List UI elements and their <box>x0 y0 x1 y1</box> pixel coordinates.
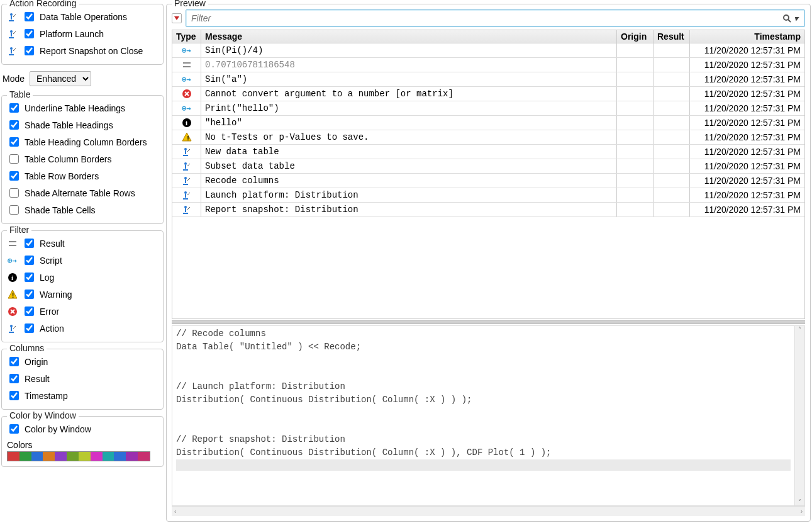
color-swatch[interactable] <box>114 452 126 461</box>
log-message: No t-Tests or p-Values to save. <box>201 130 617 144</box>
col-type-header[interactable]: Type <box>172 30 201 43</box>
color-by-window-checkbox[interactable] <box>9 424 19 434</box>
filter-input[interactable] <box>190 13 782 24</box>
warning-icon: ! <box>172 130 201 144</box>
table-checkbox-1[interactable] <box>9 120 19 130</box>
preview-title: Preview <box>172 0 208 8</box>
log-row[interactable]: Cannot convert argument to a number [or … <box>172 87 804 101</box>
log-row[interactable]: Recode columns11/20/2020 12:57:31 PM <box>172 174 804 188</box>
result-icon <box>172 58 201 72</box>
search-icon[interactable] <box>782 14 791 23</box>
log-timestamp: 11/20/2020 12:57:31 PM <box>690 58 804 72</box>
log-result <box>653 174 690 188</box>
scroll-up-icon[interactable]: ˄ <box>798 326 801 333</box>
columns-group: Columns OriginResultTimestamp <box>1 349 164 410</box>
filter-checkbox-1[interactable] <box>25 256 34 265</box>
ar-checkbox-2[interactable] <box>25 46 34 55</box>
scroll-down-icon[interactable]: ˅ <box>798 498 801 505</box>
scroll-right-icon[interactable]: › <box>801 508 803 515</box>
filter-checkbox-3[interactable] <box>25 290 34 299</box>
columns-checkbox-2[interactable] <box>9 391 19 400</box>
log-origin <box>617 130 653 144</box>
color-swatch[interactable] <box>19 452 31 461</box>
table-checkbox-6[interactable] <box>9 205 19 215</box>
table-label-3: Table Column Borders <box>25 154 112 164</box>
filter-title: Filter <box>7 225 31 235</box>
svg-point-39 <box>184 191 187 194</box>
ar-checkbox-0[interactable] <box>25 12 34 21</box>
log-row[interactable]: Launch platform: Distribution11/20/2020 … <box>172 188 804 203</box>
ar-checkbox-1[interactable] <box>25 29 34 38</box>
color-swatch[interactable] <box>8 452 19 461</box>
color-swatch[interactable] <box>126 452 138 461</box>
svg-rect-5 <box>11 50 12 53</box>
table-checkbox-5[interactable] <box>9 188 19 198</box>
action-icon <box>172 188 201 202</box>
svg-point-2 <box>10 30 13 33</box>
filter-label-3: Warning <box>40 290 72 300</box>
log-row[interactable]: Subset data table11/20/2020 12:57:31 PM <box>172 159 804 174</box>
filter-dropdown-icon[interactable]: ▾ <box>791 13 801 23</box>
columns-title: Columns <box>7 343 47 353</box>
log-result <box>653 43 690 57</box>
table-checkbox-0[interactable] <box>9 103 19 113</box>
log-row[interactable]: ⊕→Print("hello")11/20/2020 12:57:31 PM <box>172 101 804 116</box>
log-message: Subset data table <box>201 159 617 173</box>
columns-label-2: Timestamp <box>25 391 68 401</box>
cursor-line <box>176 459 791 471</box>
color-swatch[interactable] <box>67 452 79 461</box>
svg-rect-36 <box>185 165 186 169</box>
log-row[interactable]: ⊕→Sin("a")11/20/2020 12:57:31 PM <box>172 72 804 87</box>
horizontal-splitter[interactable] <box>172 320 805 324</box>
svg-text:!: ! <box>186 135 190 142</box>
log-row[interactable]: !No t-Tests or p-Values to save.11/20/20… <box>172 130 804 145</box>
script-editor[interactable]: // Recode columns Data Table( "Untitled"… <box>172 326 794 505</box>
columns-checkbox-0[interactable] <box>9 357 19 366</box>
filter-checkbox-4[interactable] <box>25 306 34 316</box>
log-origin <box>617 188 653 202</box>
filter-label-1: Script <box>40 256 62 266</box>
col-origin-header[interactable]: Origin <box>617 30 653 43</box>
filter-checkbox-2[interactable] <box>25 273 34 282</box>
color-swatch[interactable] <box>138 452 150 461</box>
col-message-header[interactable]: Message <box>201 30 617 43</box>
vertical-scrollbar[interactable]: ˄ ˅ <box>794 326 804 505</box>
log-timestamp: 11/20/2020 12:57:31 PM <box>690 43 804 57</box>
table-checkbox-2[interactable] <box>9 137 19 147</box>
table-checkbox-3[interactable] <box>9 154 19 164</box>
color-swatch[interactable] <box>43 452 55 461</box>
svg-text:!: ! <box>12 292 14 299</box>
filter-checkbox-5[interactable] <box>25 323 34 333</box>
mode-select[interactable]: Enhanced <box>30 71 91 86</box>
svg-point-16 <box>10 325 13 327</box>
log-row[interactable]: 0.70710678118654811/20/2020 12:57:31 PM <box>172 58 804 72</box>
table-group: Table Underline Table HeadingsShade Tabl… <box>1 95 164 224</box>
filter-checkbox-0[interactable] <box>25 239 34 248</box>
table-checkbox-4[interactable] <box>9 171 19 181</box>
log-result <box>653 72 690 86</box>
preview-menu-button[interactable] <box>172 13 182 23</box>
scroll-left-icon[interactable]: ‹ <box>174 508 176 515</box>
color-swatch[interactable] <box>31 452 43 461</box>
color-by-window-label: Color by Window <box>25 424 91 434</box>
columns-checkbox-1[interactable] <box>9 374 19 383</box>
color-swatch[interactable] <box>55 452 67 461</box>
log-row[interactable]: i"hello"11/20/2020 12:57:31 PM <box>172 116 804 130</box>
svg-point-35 <box>184 162 187 165</box>
col-timestamp-header[interactable]: Timestamp <box>690 30 804 43</box>
log-row[interactable]: ⊕→Sin(Pi()/4)11/20/2020 12:57:31 PM <box>172 43 804 58</box>
log-row[interactable]: New data table11/20/2020 12:57:31 PM <box>172 145 804 159</box>
color-swatch[interactable] <box>103 452 114 461</box>
log-origin <box>617 116 653 130</box>
svg-rect-1 <box>11 16 12 20</box>
horizontal-scrollbar[interactable]: ‹ › <box>172 506 805 516</box>
color-swatch[interactable] <box>91 452 103 461</box>
col-result-header[interactable]: Result <box>653 30 690 43</box>
log-message: 0.707106781186548 <box>201 58 617 72</box>
color-swatches[interactable] <box>7 451 150 461</box>
log-row[interactable]: Report snapshot: Distribution11/20/2020 … <box>172 203 804 217</box>
log-origin <box>617 43 653 57</box>
color-swatch[interactable] <box>79 452 91 461</box>
colors-label: Colors <box>7 440 158 450</box>
table-title: Table <box>7 89 33 99</box>
